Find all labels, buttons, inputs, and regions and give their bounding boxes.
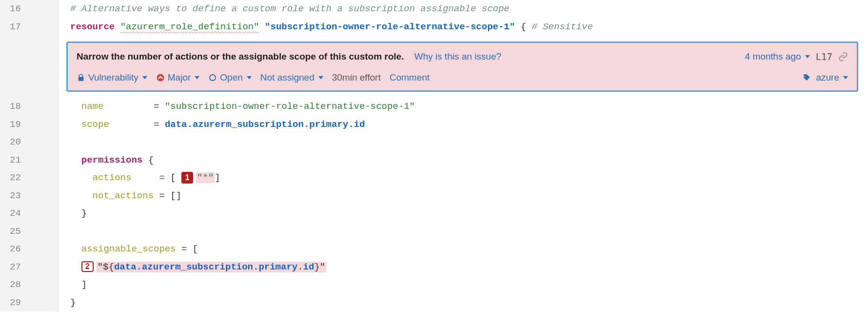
code-content: not_actions = []	[59, 187, 181, 205]
code-content: }	[59, 294, 76, 312]
line-number: 17	[0, 18, 59, 36]
tag-icon	[802, 73, 811, 82]
line-number: 23	[0, 187, 59, 205]
issue-message: Narrow the number of actions or the assi…	[77, 51, 404, 62]
code-line: 16 # Alternative ways to define a custom…	[0, 0, 868, 18]
code-line: 25	[0, 223, 868, 241]
issue-type-dropdown[interactable]: Vulnerability	[77, 71, 147, 85]
secondary-location-marker[interactable]: 1	[181, 172, 193, 184]
ident-assignable-scopes: assignable_scopes	[81, 244, 176, 254]
keyword-resource: resource	[70, 21, 115, 32]
ident-name: name	[81, 101, 104, 112]
issue-tag-dropdown[interactable]: azure	[816, 71, 848, 85]
issue-assignee-label: Not assigned	[260, 71, 315, 85]
chevron-down-icon	[142, 76, 147, 79]
secondary-location-marker[interactable]: 2	[81, 261, 94, 272]
issue-comment-link[interactable]: Comment	[390, 71, 430, 85]
chevron-down-icon	[318, 76, 323, 79]
chevron-down-icon	[247, 76, 252, 79]
issue-severity-dropdown[interactable]: Major	[156, 71, 200, 85]
severity-major-icon	[156, 73, 165, 82]
string-value: "subscription-owner-role-alternative-sco…	[165, 101, 415, 112]
line-number: 21	[0, 151, 59, 169]
comment-text: # Sensitive	[532, 21, 592, 32]
line-number: 16	[0, 0, 59, 18]
gutter-spacer	[0, 36, 59, 98]
reference: data.azurerm_subscription.primary.id	[165, 119, 365, 130]
code-content: }	[59, 205, 87, 223]
svg-point-1	[210, 75, 216, 81]
issue-type-label: Vulnerability	[88, 71, 138, 85]
issue-age: 4 months ago	[745, 50, 801, 64]
code-line: 27 2"${data.azurerm_subscription.primary…	[0, 258, 868, 276]
issue-status-dropdown[interactable]: Open	[208, 71, 251, 85]
line-number: 25	[0, 223, 59, 241]
highlighted-code: "${data.azurerm_subscription.primary.id}…	[97, 262, 327, 272]
code-line: 24 }	[0, 205, 868, 223]
issue-effort: 30min effort	[332, 71, 381, 85]
line-number: 26	[0, 240, 59, 258]
comment-text: # Alternative ways to define a custom ro…	[70, 3, 510, 14]
issue-heading: Narrow the number of actions or the assi…	[77, 50, 501, 64]
issue-tag-label: azure	[816, 71, 839, 85]
line-number: 28	[0, 276, 59, 294]
code-line: 22 actions = [ 1"*"]	[0, 169, 868, 187]
code-content	[59, 133, 76, 151]
line-number: 18	[0, 98, 59, 116]
line-number: 29	[0, 294, 59, 312]
issue-line-ref: L17	[816, 50, 832, 64]
brace-close: }	[70, 297, 76, 308]
reference: data.azurerm_subscription.primary.id	[114, 262, 314, 272]
code-line: 19 scope = data.azurerm_subscription.pri…	[0, 116, 868, 134]
code-line: 17 resource "azurerm_role_definition" "s…	[0, 18, 868, 36]
brace-close: }	[81, 208, 87, 219]
code-line: 28 ]	[0, 276, 868, 294]
code-line: 29 }	[0, 294, 868, 312]
line-number: 20	[0, 133, 59, 151]
line-number: 24	[0, 205, 59, 223]
line-number: 27	[0, 258, 59, 276]
issue-age-dropdown[interactable]: 4 months ago	[745, 50, 810, 64]
line-number: 19	[0, 116, 59, 134]
code-viewer: 16 # Alternative ways to define a custom…	[0, 0, 868, 311]
resource-name: "subscription-owner-role-alternative-sco…	[265, 21, 515, 32]
code-line: 20	[0, 133, 868, 151]
bracket-close: ]	[81, 279, 87, 290]
issue-assignee-dropdown[interactable]: Not assigned	[260, 71, 323, 85]
status-open-icon	[208, 73, 217, 82]
code-line: 18 name = "subscription-owner-role-alter…	[0, 98, 868, 116]
code-content: assignable_scopes = [	[59, 240, 198, 258]
code-content	[59, 223, 76, 241]
issue-severity-label: Major	[168, 71, 191, 85]
code-content: scope = data.azurerm_subscription.primar…	[59, 116, 365, 134]
code-content: actions = [ 1"*"]	[59, 169, 220, 187]
why-issue-link[interactable]: Why is this an issue?	[414, 51, 501, 62]
ident-actions: actions	[93, 172, 132, 183]
ident-scope: scope	[81, 119, 109, 130]
ident-not-actions: not_actions	[93, 190, 154, 201]
issue-status-label: Open	[220, 71, 242, 85]
svg-point-0	[157, 74, 164, 81]
code-content: name = "subscription-owner-role-alternat…	[59, 98, 415, 116]
code-content: ]	[59, 276, 87, 294]
code-content: # Alternative ways to define a custom ro…	[59, 0, 510, 18]
code-line: 26 assignable_scopes = [	[0, 240, 868, 258]
lock-icon	[77, 73, 85, 82]
line-number: 22	[0, 169, 59, 187]
code-content: 2"${data.azurerm_subscription.primary.id…	[59, 258, 326, 276]
chevron-down-icon	[843, 76, 848, 79]
highlighted-code: "*"	[196, 172, 215, 183]
chevron-down-icon	[195, 76, 199, 79]
code-line: 21 permissions {	[0, 151, 868, 169]
issue-box: Narrow the number of actions or the assi…	[66, 41, 858, 92]
resource-type: "azurerm_role_definition"	[120, 21, 259, 32]
ident-permissions: permissions	[81, 155, 142, 166]
code-content: resource "azurerm_role_definition" "subs…	[59, 18, 593, 36]
chevron-down-icon	[805, 55, 810, 58]
code-content: permissions {	[59, 151, 154, 169]
code-line: 23 not_actions = []	[0, 187, 868, 205]
permalink-icon[interactable]	[838, 52, 848, 62]
